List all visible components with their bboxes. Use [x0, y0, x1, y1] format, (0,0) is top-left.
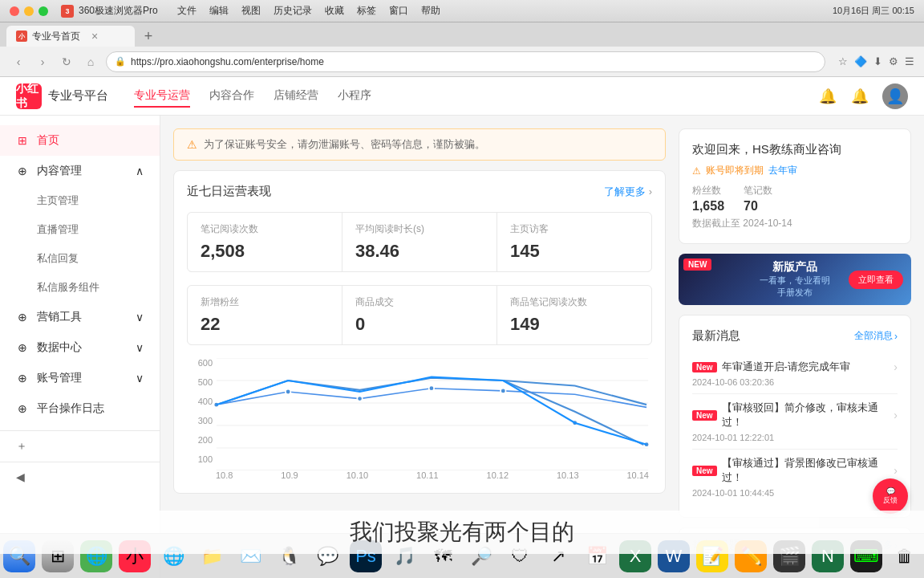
banner-sub-text2: 手册发布 — [777, 287, 813, 299]
home-icon: ⊞ — [16, 134, 29, 147]
sidebar-item-home[interactable]: ⊞ 首页 — [0, 125, 160, 156]
collapse-icon: ◀ — [16, 470, 25, 483]
minimize-button[interactable] — [24, 6, 34, 16]
user-avatar[interactable]: 👤 — [882, 83, 908, 109]
all-news-label[interactable]: 全部消息 — [854, 329, 893, 343]
avg-read-time-label: 平均阅读时长(s) — [355, 222, 484, 236]
home-button[interactable]: ⌂ — [82, 53, 99, 71]
app-title-area: 3 360极速浏览器Pro — [61, 4, 158, 18]
product-banner[interactable]: NEW 新版产品 一看事，专业看明 手册发布 立即查看 — [679, 254, 911, 305]
sidebar-section-marketing[interactable]: ⊕ 营销工具 ∨ — [0, 302, 160, 332]
welcome-card: 欢迎回来，HS教练商业咨询 ⚠ 账号即将到期 去年审 粉丝数 1,658 笔记数… — [679, 128, 911, 244]
svg-point-10 — [500, 389, 505, 393]
nav-item-store[interactable]: 店铺经营 — [274, 85, 318, 108]
feedback-icon: 💬 — [886, 487, 895, 495]
close-button[interactable] — [10, 6, 19, 16]
nav-item-miniapp[interactable]: 小程序 — [338, 85, 371, 108]
warning-icon: ⚠ — [187, 138, 197, 151]
download-icon[interactable]: ⬇ — [873, 55, 882, 67]
menu-bookmarks[interactable]: 收藏 — [325, 4, 344, 18]
sidebar-data-label: 数据中心 — [37, 340, 82, 355]
sidebar-subitem-live[interactable]: 直播管理 — [0, 215, 160, 244]
welcome-title: 欢迎回来，HS教练商业咨询 — [692, 142, 898, 157]
brand-name: 专业号平台 — [48, 88, 108, 104]
svg-point-7 — [286, 389, 290, 394]
app-header: 小红书 专业号平台 专业号运营 内容合作 店铺经营 小程序 🔔 🔔 👤 — [0, 77, 924, 116]
menu-view[interactable]: 视图 — [241, 4, 261, 18]
tab-close-button[interactable]: × — [91, 30, 98, 43]
chart-svg — [213, 358, 652, 470]
chevron-up-icon: ∧ — [136, 165, 144, 177]
extension-icon[interactable]: 🔷 — [854, 55, 867, 67]
product-sales-value: 0 — [355, 314, 484, 335]
chart-x-axis: 10.8 10.9 10.10 10.11 10.12 10.13 10.14 — [213, 470, 652, 480]
menu-icon[interactable]: ☰ — [905, 55, 914, 67]
new-badge-2: New — [692, 410, 717, 421]
sidebar-dm-service-label: 私信服务组件 — [37, 280, 99, 295]
x-label-6: 10.13 — [557, 470, 579, 480]
maximize-button[interactable] — [38, 6, 48, 16]
news-item-1-header: New 年审通道开启-请您完成年审 › — [692, 360, 898, 374]
news-item-1[interactable]: New 年审通道开启-请您完成年审 › 2024-10-06 03:20:36 — [692, 353, 898, 394]
product-note-reads-label: 商品笔记阅读次数 — [510, 295, 638, 309]
more-link-text[interactable]: 了解更多 — [604, 185, 646, 199]
notes-value: 70 — [744, 199, 772, 214]
sidebar-subitem-homepage[interactable]: 主页管理 — [0, 186, 160, 215]
main-column: ⚠ 为了保证账号安全，请勿泄漏账号、密码等信息，谨防被骗。 近七日运营表现 了解… — [173, 128, 666, 565]
message-icon[interactable]: 🔔 — [850, 87, 869, 106]
plus-icon: ＋ — [16, 439, 27, 454]
app-icon: 3 — [61, 5, 74, 18]
feedback-button[interactable]: 💬 反馈 — [873, 478, 908, 514]
x-label-3: 10.10 — [346, 470, 369, 480]
forward-button[interactable]: › — [34, 53, 51, 71]
sidebar-home-label: 首页 — [37, 133, 59, 148]
y-label-100: 100 — [187, 454, 213, 464]
stats-more-link[interactable]: 了解更多 › — [604, 185, 652, 199]
active-tab[interactable]: 小 专业号首页 × — [6, 26, 135, 47]
banner-cta-button[interactable]: 立即查看 — [849, 271, 903, 289]
menu-history[interactable]: 历史记录 — [274, 4, 312, 18]
news-item-2[interactable]: New 【审核驳回】简介修改，审核未通过！ › 2024-10-01 12:22… — [692, 394, 898, 450]
sidebar-subitem-dm-service[interactable]: 私信服务组件 — [0, 273, 160, 302]
menu-help[interactable]: 帮助 — [421, 4, 440, 18]
menu-tabs[interactable]: 标签 — [357, 4, 376, 18]
news-item-3-header: New 【审核通过】背景图修改已审核通过！ › — [692, 456, 898, 485]
news-item-2-title: 【审核驳回】简介修改，审核未通过！ — [722, 401, 890, 429]
bookmark-icon[interactable]: ☆ — [838, 55, 848, 67]
new-tab-button[interactable]: + — [138, 26, 159, 47]
tab-bar: 小 专业号首页 × + — [0, 22, 924, 47]
subtitle-content: 我们投聚光有两个目的 — [350, 519, 574, 544]
banner-sub-text: 一看事，专业看明 — [760, 275, 830, 287]
notification-bell-icon[interactable]: 🔔 — [818, 87, 837, 106]
sidebar-subitem-dm[interactable]: 私信回复 — [0, 244, 160, 273]
sidebar-collapse-button[interactable]: ◀ — [0, 462, 160, 491]
news-all-link[interactable]: 全部消息 › — [854, 329, 898, 343]
app-name: 360极速浏览器Pro — [79, 4, 158, 18]
brand: 小红书 专业号平台 — [16, 83, 108, 109]
menu-edit[interactable]: 编辑 — [209, 4, 229, 18]
sidebar-section-content[interactable]: ⊕ 内容管理 ∧ — [0, 156, 160, 186]
menu-file[interactable]: 文件 — [177, 4, 197, 18]
homepage-visitors-label: 主页访客 — [510, 222, 638, 236]
news-item-3[interactable]: New 【审核通过】背景图修改已审核通过！ › 2024-10-01 10:44… — [692, 450, 898, 504]
y-label-300: 300 — [187, 416, 213, 425]
product-sales-label: 商品成交 — [355, 295, 484, 309]
sidebar-add-button[interactable]: ＋ — [0, 430, 160, 462]
sidebar-item-platform-log[interactable]: ⊕ 平台操作日志 — [0, 393, 160, 424]
menu-window[interactable]: 窗口 — [389, 4, 408, 18]
y-label-500: 500 — [187, 377, 213, 387]
nav-item-content[interactable]: 内容合作 — [209, 85, 254, 108]
new-followers-value: 22 — [201, 314, 329, 335]
nav-item-operations[interactable]: 专业号运营 — [134, 85, 190, 108]
sidebar-section-data[interactable]: ⊕ 数据中心 ∨ — [0, 332, 160, 363]
sidebar-section-account[interactable]: ⊕ 账号管理 ∨ — [0, 363, 160, 393]
url-text: https://pro.xiaohongshu.com/enterprise/h… — [131, 56, 324, 67]
renew-link[interactable]: 去年审 — [768, 164, 797, 177]
settings-icon[interactable]: ⚙ — [889, 55, 898, 67]
address-bar[interactable]: 🔒 https://pro.xiaohongshu.com/enterprise… — [106, 51, 825, 72]
stat-product-sales: 商品成交 0 — [342, 286, 496, 344]
x-label-1: 10.8 — [216, 470, 233, 480]
log-icon: ⊕ — [16, 402, 29, 415]
back-button[interactable]: ‹ — [10, 53, 27, 71]
refresh-button[interactable]: ↻ — [58, 53, 75, 71]
